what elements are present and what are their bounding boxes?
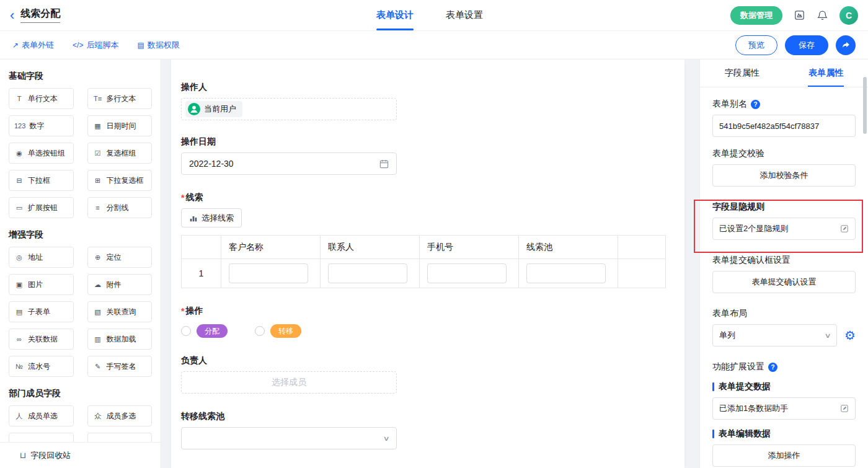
external-link-button[interactable]: ↗ 表单外链: [12, 40, 54, 51]
form-toolbar: ↗ 表单外链 </> 后端脚本 ▤ 数据权限 预览 保存: [0, 31, 868, 60]
field-label: 操作日期: [181, 136, 666, 148]
field-type-label: 地址: [28, 252, 43, 263]
submit-data-row[interactable]: 已添加1条数据助手: [712, 397, 856, 420]
select-clue-button[interactable]: 选择线索: [181, 208, 242, 227]
scrollbar-thumb[interactable]: [863, 77, 867, 134]
sidebar-field-item[interactable]: ⊟下拉框: [9, 170, 74, 191]
app-window: ‹ 线索分配 表单设计 表单设置 数据管理 C ↗ 表单外链 </> 后端脚本: [0, 0, 868, 468]
form-alias-value: 541b9c5ef482a5f54cf78837: [719, 121, 819, 131]
submit-data-value: 已添加1条数据助手: [719, 403, 788, 414]
edit-icon[interactable]: [840, 224, 849, 233]
form-alias-input[interactable]: 541b9c5ef482a5f54cf78837: [712, 115, 856, 137]
sidebar-field-item[interactable]: T单行文本: [9, 88, 74, 109]
backend-script-label: 后端脚本: [86, 40, 118, 51]
sidebar-field-item[interactable]: ⊕定位: [87, 247, 153, 268]
field-clue[interactable]: * 线索 选择线索 客户名称联系人手机号线索池 1: [181, 192, 666, 288]
field-type-icon: ▥: [93, 335, 103, 343]
sidebar-field-item[interactable]: №流水号: [9, 356, 74, 377]
sidebar-field-item[interactable]: ✎手写签名: [87, 356, 153, 377]
vertical-scrollbar[interactable]: [863, 61, 867, 467]
clue-cell-input[interactable]: [526, 263, 606, 283]
external-link-label: 表单外链: [22, 40, 54, 51]
visibility-rules-row[interactable]: 已设置2个显隐规则: [712, 218, 856, 240]
field-type-icon: 众: [93, 412, 103, 421]
clue-table-row: 1: [182, 259, 666, 288]
radio-icon[interactable]: [255, 326, 265, 336]
clue-cell-input[interactable]: [328, 263, 407, 283]
tab-form-properties[interactable]: 表单属性: [784, 60, 868, 87]
sidebar-field-item[interactable]: 123数字: [9, 115, 74, 136]
submit-confirm-label: 表单提交确认框设置: [712, 255, 856, 266]
operator-input[interactable]: 当前用户: [181, 98, 397, 120]
sidebar-field-item[interactable]: T≡多行文本: [87, 88, 153, 109]
field-type-icon: ⊞: [93, 177, 103, 185]
back-icon[interactable]: ‹: [10, 9, 14, 22]
recycle-bin-icon: ⊔: [20, 451, 26, 460]
sidebar-field-item[interactable]: ◉单选按钮组: [9, 143, 74, 164]
chevron-down-icon: ∨: [383, 435, 389, 443]
notification-bell-icon[interactable]: [817, 9, 828, 21]
calendar-icon: [379, 159, 389, 169]
form-alias-label: 表单别名 ?: [712, 99, 856, 110]
gear-icon[interactable]: ⚙: [844, 329, 856, 342]
field-transfer-pool[interactable]: 转移线索池 ∨: [181, 411, 666, 449]
action-radio-option[interactable]: 转移: [255, 324, 301, 338]
field-type-icon: 人: [14, 412, 24, 421]
user-avatar[interactable]: C: [839, 6, 858, 25]
add-operation-button[interactable]: 添加操作: [712, 444, 856, 467]
tab-form-design[interactable]: 表单设计: [376, 0, 414, 30]
sidebar-field-item[interactable]: ∞关联数据: [9, 329, 74, 350]
sidebar-field-item[interactable]: 众成员多选: [87, 405, 153, 426]
sidebar-section-title: 增强字段: [9, 229, 152, 241]
add-validation-button[interactable]: 添加校验条件: [712, 164, 856, 187]
clue-cell-input[interactable]: [229, 263, 308, 283]
backend-script-button[interactable]: </> 后端脚本: [73, 40, 118, 51]
field-operator[interactable]: 操作人 当前用户: [181, 82, 666, 120]
field-type-icon: ⊟: [14, 177, 24, 185]
pool-select[interactable]: ∨: [181, 427, 397, 449]
sidebar-field-item[interactable]: ☁附件: [87, 274, 153, 295]
save-button[interactable]: 保存: [785, 35, 828, 55]
sidebar-field-item[interactable]: ▣图片: [9, 274, 74, 295]
sidebar-field-item[interactable]: ▧关联查询: [87, 301, 153, 322]
action-radio-option[interactable]: 分配: [181, 324, 228, 338]
clue-table-cell: [519, 259, 618, 288]
sidebar-field-item[interactable]: ▤子表单: [9, 301, 74, 322]
sidebar-field-item[interactable]: ≡分割线: [87, 197, 153, 218]
field-recycle-bin[interactable]: ⊔ 字段回收站: [0, 442, 161, 468]
clue-cell-input[interactable]: [427, 263, 507, 283]
field-type-icon: ▤: [14, 308, 24, 316]
field-action[interactable]: * 操作 分配转移: [181, 306, 666, 338]
share-button[interactable]: [836, 35, 856, 55]
help-icon[interactable]: ?: [768, 363, 777, 372]
radio-icon[interactable]: [181, 326, 191, 336]
sidebar-field-item[interactable]: 人成员单选: [9, 405, 74, 426]
layout-select[interactable]: 单列 ∨: [712, 324, 837, 347]
help-icon[interactable]: ?: [751, 100, 760, 109]
date-input[interactable]: 2022-12-30: [181, 152, 397, 175]
page-title[interactable]: 线索分配: [20, 7, 60, 23]
owner-select-input[interactable]: 选择成员: [181, 371, 397, 394]
field-owner[interactable]: 负责人 选择成员: [181, 355, 666, 394]
data-permission-button[interactable]: ▤ 数据权限: [137, 40, 179, 51]
owner-placeholder: 选择成员: [272, 377, 306, 388]
sidebar-field-item[interactable]: ▦日期时间: [87, 115, 153, 136]
data-manage-button[interactable]: 数据管理: [730, 6, 782, 25]
clue-table-header-cell: [618, 236, 666, 259]
edit-icon[interactable]: [840, 404, 849, 413]
submit-confirm-button[interactable]: 表单提交确认设置: [712, 271, 856, 293]
sidebar-field-item[interactable]: ▭扩展按钮: [9, 197, 74, 218]
tab-form-settings[interactable]: 表单设置: [446, 0, 483, 30]
field-type-icon: ▦: [93, 122, 103, 130]
tab-field-properties[interactable]: 字段属性: [700, 60, 784, 87]
feedback-icon[interactable]: [794, 9, 805, 21]
field-type-icon: ▧: [93, 308, 103, 316]
sidebar-field-item[interactable]: ☑复选框组: [87, 143, 153, 164]
sidebar-field-item[interactable]: ⊞下拉复选框: [87, 170, 153, 191]
submit-validation-label: 表单提交校验: [712, 148, 856, 159]
sidebar-field-item[interactable]: ◎地址: [9, 247, 74, 268]
preview-button[interactable]: 预览: [735, 35, 777, 55]
sidebar-field-item[interactable]: ▥数据加载: [87, 329, 153, 350]
field-type-icon: ▣: [14, 281, 24, 289]
field-operate-date[interactable]: 操作日期 2022-12-30: [181, 136, 666, 175]
